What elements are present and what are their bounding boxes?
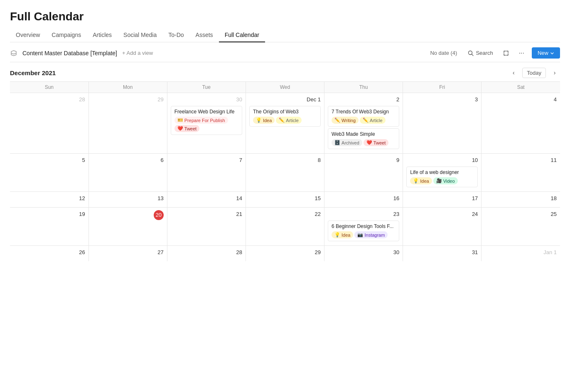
tab-articles[interactable]: Articles [87,28,118,42]
more-options-btn[interactable]: ··· [516,48,528,59]
col-tue: Tue [167,82,246,93]
tag-instagram[interactable]: 📷 Instagram [354,231,388,238]
day-dec9[interactable]: 9 [324,154,403,192]
day-number: 30 [171,96,242,104]
day-dec22[interactable]: 22 [246,208,324,246]
event-title: 6 Beginner Design Tools F... [332,223,396,229]
day-number: 28 [13,96,85,104]
day-dec6[interactable]: 6 [88,154,167,192]
day-number: 6 [92,156,164,165]
col-wed: Wed [246,82,324,93]
day-number: Jan 1 [485,248,557,257]
event-card-life-web-designer[interactable]: Life of a web designer 💡 Idea 🎥 Video [406,167,478,187]
day-number: 4 [485,96,557,104]
tag-writing[interactable]: ✏️ Writing [332,117,359,124]
no-date-badge[interactable]: No date (4) [427,48,460,58]
day-dec21[interactable]: 21 [167,208,246,246]
tab-todo[interactable]: To-Do [162,28,189,42]
day-dec27[interactable]: 27 [88,246,167,262]
search-icon [468,50,474,56]
day-number: 13 [92,194,164,203]
day-number: 29 [249,248,321,257]
day-dec30[interactable]: 30 [324,246,403,262]
tag-tweet[interactable]: ❤️ Tweet [174,125,199,132]
day-dec25: 25 [482,208,560,246]
event-tags: 💡 Idea 🎥 Video [410,177,474,184]
day-dec29[interactable]: 29 [246,246,324,262]
tag-prepare-publish[interactable]: 🎫 Prepare For Publish [174,117,228,124]
day-dec4: 4 [482,93,560,154]
col-sat: Sat [482,82,560,93]
day-dec31[interactable]: 31 [403,246,482,262]
event-card-origins[interactable]: The Origins of Web3 💡 Idea ✏️ Article [249,106,321,127]
today-button[interactable]: Today [522,68,546,78]
search-btn[interactable]: Search [464,48,496,58]
event-title: 7 Trends Of Web3 Design [332,109,396,115]
next-month-btn[interactable]: › [549,67,560,78]
tab-overview[interactable]: Overview [10,28,46,42]
day-dec13[interactable]: 13 [88,192,167,208]
day-dec1[interactable]: Dec 1 The Origins of Web3 💡 Idea ✏️ Arti… [246,93,324,154]
day-dec3[interactable]: 3 [403,93,482,154]
day-nov30[interactable]: + 30 Freelance Web Design Life 🎫 Prepare… [167,93,246,154]
tab-campaigns[interactable]: Campaigns [46,28,87,42]
new-label: New [538,50,548,56]
tab-social-media[interactable]: Social Media [118,28,162,42]
expand-icon[interactable] [501,48,511,59]
day-number: 7 [171,156,242,165]
day-number: 19 [13,210,85,219]
event-card-web3simple[interactable]: Web3 Made Simple 🗄️ Archived ❤️ Tweet [328,128,399,149]
add-view-btn[interactable]: + Add a view [122,50,153,56]
day-dec15[interactable]: 15 [246,192,324,208]
event-title: Web3 Made Simple [332,131,396,137]
day-dec12: 12 [10,192,88,208]
day-dec23[interactable]: 23 6 Beginner Design Tools F... 💡 Idea 📷… [324,208,403,246]
day-dec19: 19 [10,208,88,246]
new-button[interactable]: New [532,47,560,59]
month-title: December 2021 [10,69,56,76]
day-number: 31 [406,248,478,257]
day-dec20[interactable]: 20 [88,208,167,246]
day-number: 18 [485,194,557,203]
day-number: 2 [328,96,399,104]
day-number: 26 [13,248,85,257]
day-number: 27 [92,248,164,257]
day-number: 9 [328,156,399,165]
day-dec17[interactable]: 17 [403,192,482,208]
tag-tweet[interactable]: ❤️ Tweet [364,139,388,146]
tag-video[interactable]: 🎥 Video [433,177,458,184]
prev-month-btn[interactable]: ‹ [508,67,519,78]
day-dec26: 26 [10,246,88,262]
event-tags: 💡 Idea 📷 Instagram [332,231,396,238]
day-dec14[interactable]: 14 [167,192,246,208]
day-number-today: 20 [154,210,164,220]
tab-assets[interactable]: Assets [190,28,219,42]
db-title[interactable]: Content Master Database [Template] [22,50,117,56]
event-card-freelance[interactable]: Freelance Web Design Life 🎫 Prepare For … [171,106,242,135]
day-dec28[interactable]: 28 [167,246,246,262]
event-tags: 💡 Idea ✏️ Article [253,117,317,124]
day-dec2[interactable]: 2 7 Trends Of Web3 Design ✏️ Writing ✏️ … [324,93,403,154]
day-dec24[interactable]: 24 [403,208,482,246]
svg-line-1 [472,54,474,56]
day-dec8[interactable]: 8 [246,154,324,192]
day-dec10[interactable]: 10 Life of a web designer 💡 Idea 🎥 Video [403,154,482,192]
day-dec16[interactable]: 16 [324,192,403,208]
day-dec7[interactable]: 7 [167,154,246,192]
tab-full-calendar[interactable]: Full Calendar [219,28,265,42]
event-tags: 🎫 Prepare For Publish ❤️ Tweet [174,117,238,132]
tag-article[interactable]: ✏️ Article [276,117,302,124]
col-sun: Sun [10,82,88,93]
tag-idea[interactable]: 💡 Idea [410,177,432,184]
tag-idea[interactable]: 💡 Idea [332,231,353,238]
tag-archived[interactable]: 🗄️ Archived [332,139,362,146]
chevron-down-icon [550,51,554,55]
event-card-trends[interactable]: 7 Trends Of Web3 Design ✏️ Writing ✏️ Ar… [328,106,399,127]
day-number: 10 [406,156,478,165]
day-number: 14 [171,194,242,203]
tag-article[interactable]: ✏️ Article [360,117,386,124]
day-number: 15 [249,194,321,203]
day-number: 3 [406,96,478,104]
tag-idea[interactable]: 💡 Idea [253,117,275,124]
event-card-beginner-design[interactable]: 6 Beginner Design Tools F... 💡 Idea 📷 In… [328,220,399,241]
